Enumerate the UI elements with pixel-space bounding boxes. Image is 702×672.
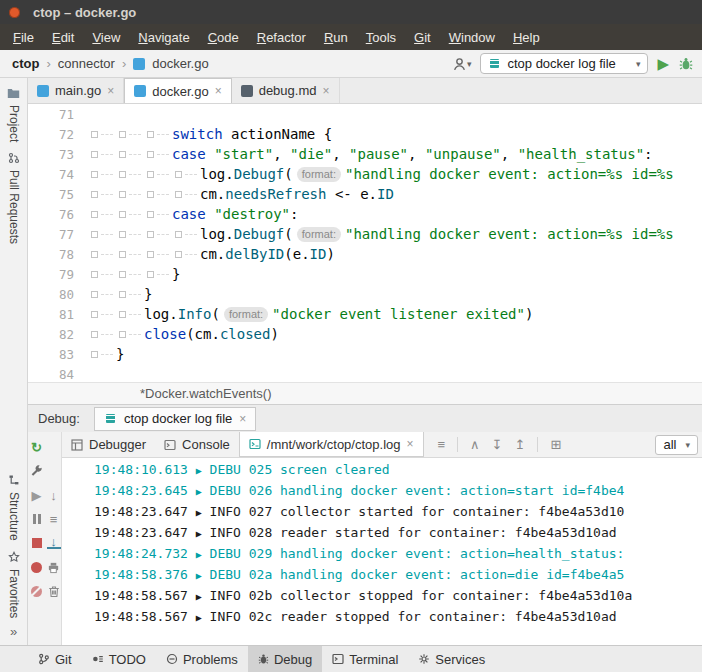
code-line[interactable]: 80}	[28, 284, 702, 304]
code-line[interactable]: 71	[28, 104, 702, 124]
indent-tab-marker	[144, 144, 172, 164]
code-line[interactable]: 78cm.delByID(e.ID)	[28, 244, 702, 264]
breadcrumb-file[interactable]: docker.go	[152, 56, 208, 71]
menu-view[interactable]: View	[83, 30, 129, 45]
scroll-down-icon[interactable]: ↧	[492, 437, 503, 452]
code-line[interactable]: 83}	[28, 344, 702, 364]
debug-session-tab[interactable]: ctop docker log file ×	[94, 407, 256, 431]
tab-log-file[interactable]: /mnt/work/ctop/ctop.log ×	[239, 432, 424, 457]
run-configuration-select[interactable]: ctop docker log file ▾	[480, 53, 648, 74]
sidebar-item-favorites[interactable]: Favorites	[7, 569, 21, 618]
log-line: 19:48:24.732 ▶ DEBU 029 handling docker …	[62, 546, 702, 567]
current-method-label[interactable]: *Docker.watchEvents()	[140, 386, 272, 401]
scroll-up-icon[interactable]: ↥	[515, 437, 526, 452]
code-token: ,	[408, 146, 425, 162]
rerun-button[interactable]: ↻	[30, 440, 44, 454]
code-line[interactable]: 74log.Debugf(format:"handling docker eve…	[28, 164, 702, 184]
pause-button[interactable]	[30, 512, 44, 526]
tab-docker-go[interactable]: docker.go ×	[124, 78, 231, 103]
structure-icon	[8, 474, 20, 486]
statusbar-item-terminal[interactable]: Terminal	[322, 646, 408, 672]
statusbar-item-services[interactable]: Services	[408, 646, 495, 672]
menu-edit[interactable]: Edit	[43, 30, 83, 45]
tab-console[interactable]: Console	[155, 432, 239, 457]
breadcrumb-package[interactable]: connector	[58, 56, 115, 71]
clear-console-button[interactable]	[47, 584, 61, 598]
code-line[interactable]: 84	[28, 364, 702, 382]
soft-wrap-button[interactable]: ≡	[47, 512, 61, 526]
editor-code[interactable]: 7172switch actionName {73case "start", "…	[28, 104, 702, 382]
indent-tab-marker	[144, 124, 172, 144]
menu-tools[interactable]: Tools	[357, 30, 405, 45]
run-button[interactable]: ▶	[657, 56, 669, 71]
code-line[interactable]: 76case "destroy":	[28, 204, 702, 224]
code-token: "destroy"	[214, 206, 290, 222]
menu-help[interactable]: Help	[504, 30, 549, 45]
step-down-icon[interactable]: ↓	[47, 488, 61, 502]
menu-git[interactable]: Git	[405, 30, 440, 45]
code-line[interactable]: 79}	[28, 264, 702, 284]
settings-wrench-icon[interactable]	[30, 464, 44, 478]
resume-button[interactable]: ▶	[30, 488, 44, 502]
log-level-filter-select[interactable]: all ▾	[655, 435, 698, 455]
indent-tab-marker	[172, 184, 200, 204]
indent-tab-marker	[88, 204, 116, 224]
view-breakpoints-button[interactable]	[30, 560, 44, 574]
tab-debugger[interactable]: Debugger	[62, 432, 155, 457]
sidebar-item-project[interactable]: Project	[7, 105, 21, 142]
pull-requests-icon	[8, 152, 20, 164]
statusbar-item-debug[interactable]: Debug	[248, 646, 322, 672]
tab-main-go[interactable]: main.go ×	[28, 78, 124, 103]
log-line: 19:48:58.567 ▶ INFO 02b collector stoppe…	[62, 588, 702, 609]
close-icon[interactable]: ×	[107, 84, 114, 98]
code-line[interactable]: 77log.Debugf(format:"handling docker eve…	[28, 224, 702, 244]
more-toolwindows-button[interactable]: »	[10, 624, 17, 639]
mute-breakpoints-button[interactable]	[30, 584, 44, 598]
console-output[interactable]: 19:48:10.613 ▶ DEBU 025 screen cleared19…	[62, 458, 702, 645]
editor-tab-bar: main.go × docker.go × debug.md ×	[28, 78, 702, 104]
code-token: "handling docker event: action=%s id=%s	[345, 166, 674, 182]
menu-file[interactable]: File	[4, 30, 43, 45]
vcs-user-icon[interactable]: ▾	[452, 57, 472, 71]
code-line[interactable]: 73case "start", "die", "pause", "unpause…	[28, 144, 702, 164]
statusbar-item-problems[interactable]: Problems	[156, 646, 248, 672]
close-icon[interactable]: ×	[322, 84, 329, 98]
code-token: ,	[273, 146, 290, 162]
indent-tab-marker	[88, 284, 116, 304]
log-message: DEBU 029 handling docker event: action=h…	[202, 546, 625, 561]
menu-window[interactable]: Window	[440, 30, 504, 45]
menu-code[interactable]: Code	[199, 30, 248, 45]
close-icon[interactable]: ×	[239, 412, 246, 426]
window-close-button[interactable]	[9, 7, 20, 18]
line-number: 74	[28, 167, 74, 182]
parameter-hint: format:	[224, 307, 268, 322]
code-line[interactable]: 75cm.needsRefresh <- e.ID	[28, 184, 702, 204]
close-icon[interactable]: ×	[406, 437, 413, 451]
tab-debug-md[interactable]: debug.md ×	[232, 78, 340, 103]
log-timestamp: 19:48:24.732	[94, 546, 196, 561]
go-file-icon	[133, 58, 145, 70]
line-number: 72	[28, 127, 74, 142]
code-token: case	[172, 206, 206, 222]
sidebar-item-pull-requests[interactable]: Pull Requests	[7, 170, 21, 244]
menu-navigate[interactable]: Navigate	[129, 30, 198, 45]
code-line[interactable]: 82close(cm.closed)	[28, 324, 702, 344]
code-line[interactable]: 72switch actionName {	[28, 124, 702, 144]
close-icon[interactable]: ×	[215, 84, 222, 98]
collapse-all-icon[interactable]: ∧	[470, 437, 480, 452]
breadcrumb-project[interactable]: ctop	[12, 56, 39, 71]
statusbar-item-todo[interactable]: TODO	[82, 646, 156, 672]
scroll-to-end-button[interactable]: ↓	[47, 536, 61, 549]
options-menu-icon[interactable]: ≡	[438, 437, 446, 452]
debug-button[interactable]	[678, 56, 694, 72]
statusbar-item-git[interactable]: Git	[28, 646, 82, 672]
code-line[interactable]: 81log.Info(format:"docker event listener…	[28, 304, 702, 324]
menu-run[interactable]: Run	[315, 30, 357, 45]
print-button[interactable]	[47, 560, 61, 574]
go-file-icon	[37, 85, 49, 97]
stop-button[interactable]	[30, 536, 44, 550]
sidebar-item-structure[interactable]: Structure	[7, 492, 21, 541]
indent-tab-marker	[116, 204, 144, 224]
layout-grid-icon[interactable]: ⊞	[550, 437, 561, 452]
menu-refactor[interactable]: Refactor	[248, 30, 315, 45]
